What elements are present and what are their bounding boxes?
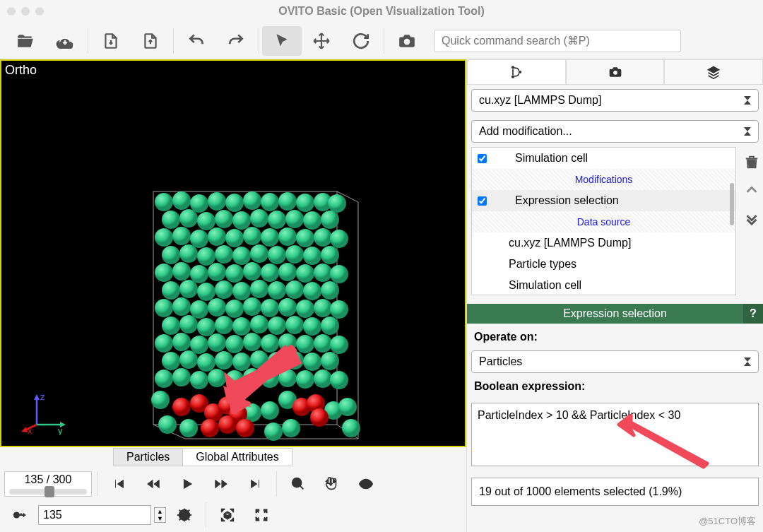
expression-input[interactable]	[471, 403, 759, 466]
svg-point-36	[296, 229, 314, 247]
move-tool-icon[interactable]	[302, 26, 341, 56]
svg-point-38	[330, 230, 348, 248]
key-icon[interactable]	[4, 502, 35, 528]
svg-point-32	[225, 229, 244, 247]
window-controls[interactable]	[7, 7, 44, 16]
svg-point-112	[155, 370, 173, 388]
pipeline-item[interactable]: cu.xyz [LAMMPS Dump]	[472, 232, 735, 254]
frame-indicator: 135 / 300	[4, 471, 92, 497]
zoom-icon[interactable]	[283, 471, 314, 497]
svg-point-100	[314, 334, 332, 353]
skip-end-icon[interactable]	[239, 471, 271, 497]
selection-status: 19 out of 1000 elements selected (1.9%)	[471, 478, 759, 506]
svg-point-110	[303, 353, 321, 371]
pan-icon[interactable]	[317, 471, 348, 497]
tab-camera-icon[interactable]	[566, 59, 665, 85]
svg-point-115	[208, 369, 226, 387]
pipeline-item-selected[interactable]: Expression selection	[472, 190, 735, 211]
svg-point-108	[268, 352, 286, 370]
item-check[interactable]	[478, 196, 487, 206]
operate-on-dropdown[interactable]: Particles	[471, 350, 759, 373]
svg-point-58	[314, 264, 332, 282]
svg-point-76	[261, 299, 279, 317]
frame-input[interactable]	[38, 505, 151, 525]
download-icon[interactable]	[45, 26, 85, 56]
svg-point-97	[261, 334, 279, 353]
svg-point-121	[314, 370, 332, 388]
viewport[interactable]: Ortho	[0, 59, 466, 447]
svg-point-74	[225, 300, 244, 318]
open-file-icon[interactable]	[6, 26, 45, 56]
scrollbar[interactable]	[730, 183, 734, 225]
cursor-tool-icon[interactable]	[262, 26, 302, 56]
svg-point-132	[282, 419, 300, 437]
frame-label: 135 / 300	[25, 473, 72, 486]
svg-point-96	[243, 333, 261, 351]
fast-forward-icon[interactable]	[206, 471, 237, 497]
svg-point-92	[172, 333, 191, 351]
timeline-slider[interactable]	[9, 489, 87, 495]
svg-point-106	[232, 353, 251, 371]
pipeline-item[interactable]: Particle types	[472, 254, 735, 275]
pipeline-item[interactable]: Simulation cell	[472, 275, 735, 295]
svg-point-71	[172, 297, 191, 316]
svg-text:x: x	[28, 425, 32, 435]
item-check[interactable]	[478, 154, 487, 163]
pipeline-list[interactable]: Simulation cell Modifications Expression…	[471, 147, 736, 295]
svg-point-80	[330, 300, 348, 319]
move-up-icon[interactable]	[744, 182, 759, 198]
search-input[interactable]	[434, 30, 681, 52]
tab-global[interactable]: Global Attributes	[182, 448, 292, 466]
export-icon[interactable]	[131, 26, 170, 56]
tab-pipeline-icon[interactable]	[467, 59, 566, 85]
import-icon[interactable]	[91, 26, 131, 56]
svg-point-91	[155, 334, 173, 353]
svg-point-89	[303, 317, 321, 336]
svg-point-83	[197, 318, 215, 336]
svg-point-122	[330, 371, 348, 389]
svg-point-46	[285, 245, 304, 264]
delete-icon[interactable]	[744, 154, 759, 170]
pipeline-item[interactable]: Simulation cell	[472, 148, 735, 169]
svg-point-65	[250, 280, 268, 298]
move-down-icon[interactable]	[744, 211, 759, 226]
add-modification-dropdown[interactable]: Add modification...	[471, 120, 759, 143]
source-dropdown[interactable]: cu.xyz [LAMMPS Dump]	[471, 89, 759, 112]
svg-point-66	[268, 281, 286, 300]
play-icon[interactable]	[172, 471, 203, 497]
app-title: OVITO Basic (Open Visualization Tool)	[278, 5, 485, 18]
svg-point-113	[172, 368, 191, 386]
svg-point-103	[179, 350, 198, 369]
svg-point-73	[208, 298, 226, 317]
svg-point-54	[243, 262, 261, 280]
svg-point-37	[314, 228, 332, 247]
svg-point-15	[296, 194, 314, 212]
render-icon[interactable]	[387, 26, 427, 56]
fit-view-icon[interactable]	[212, 502, 243, 528]
rewind-icon[interactable]	[138, 471, 169, 497]
svg-point-56	[278, 263, 297, 281]
svg-point-52	[208, 263, 226, 281]
svg-point-118	[261, 370, 279, 388]
svg-marker-146	[34, 394, 40, 400]
fullscreen-icon[interactable]	[246, 502, 277, 528]
help-button[interactable]: ?	[743, 304, 763, 324]
tab-particles[interactable]: Particles	[113, 448, 183, 466]
svg-point-155	[292, 478, 302, 487]
svg-point-105	[215, 351, 233, 370]
svg-point-35	[278, 227, 297, 246]
svg-point-161	[511, 76, 514, 78]
skip-start-icon[interactable]	[104, 471, 135, 497]
eye-icon[interactable]	[350, 471, 382, 497]
svg-point-75	[243, 297, 261, 316]
tab-layers-icon[interactable]	[664, 59, 763, 85]
svg-point-102	[162, 352, 180, 370]
svg-point-45	[268, 246, 286, 264]
svg-point-43	[232, 247, 251, 265]
rotate-tool-icon[interactable]	[341, 26, 381, 56]
svg-point-60	[162, 281, 180, 300]
settings-icon[interactable]	[169, 502, 200, 528]
svg-point-84	[215, 316, 233, 334]
undo-icon[interactable]	[177, 26, 216, 56]
redo-icon[interactable]	[216, 26, 256, 56]
